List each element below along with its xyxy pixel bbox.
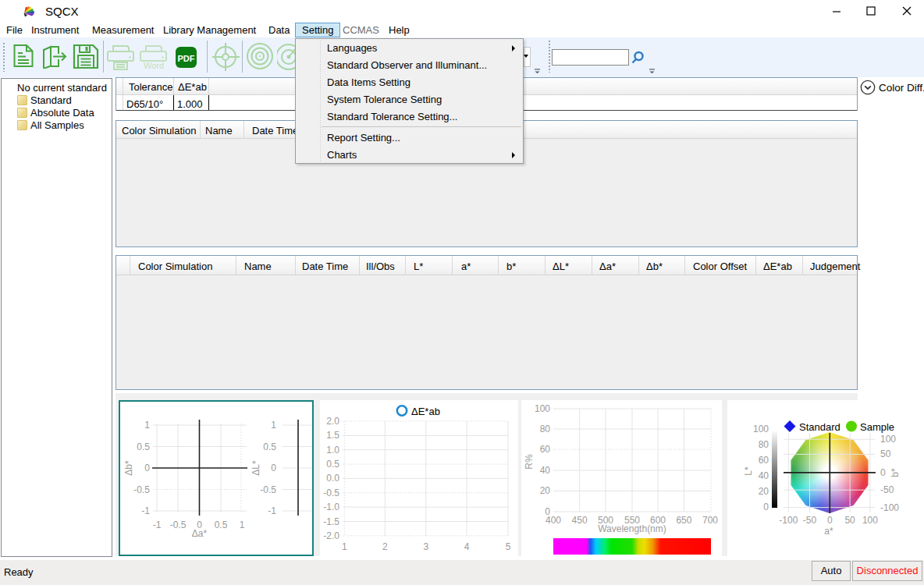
svg-text:100: 100 [862, 515, 878, 526]
svg-text:2.0: 2.0 [326, 416, 339, 427]
svg-text:Word: Word [144, 61, 164, 70]
svg-text:0: 0 [144, 463, 150, 473]
svg-text:1: 1 [240, 519, 245, 530]
svg-text:-100: -100 [880, 502, 899, 513]
svg-text:0.5: 0.5 [263, 441, 276, 452]
svg-text:PDF: PDF [178, 54, 195, 63]
svg-text:ΔE*ab: ΔE*ab [411, 406, 440, 417]
svg-text:0.5: 0.5 [326, 459, 339, 470]
svg-text:3: 3 [423, 541, 428, 552]
svg-text:-0.5: -0.5 [323, 488, 339, 498]
svg-text:40: 40 [540, 465, 551, 476]
svg-text:-50: -50 [880, 484, 894, 495]
svg-text:50: 50 [844, 515, 855, 526]
svg-text:2: 2 [382, 541, 388, 552]
svg-text:5: 5 [506, 541, 511, 552]
svg-text:-0.5: -0.5 [133, 484, 150, 495]
svg-text:-1: -1 [153, 519, 162, 530]
svg-text:400: 400 [546, 515, 561, 526]
svg-text:a*: a* [824, 526, 833, 537]
svg-text:1: 1 [144, 420, 150, 431]
svg-text:Δb*: Δb* [123, 460, 134, 476]
svg-text:4: 4 [464, 541, 470, 552]
svg-text:60: 60 [540, 444, 551, 455]
svg-text:b*: b* [890, 468, 901, 477]
svg-text:100: 100 [880, 434, 896, 445]
svg-text:-1: -1 [268, 505, 276, 516]
svg-text:0.5: 0.5 [137, 441, 150, 452]
svg-text:100: 100 [535, 403, 550, 414]
svg-text:100: 100 [753, 424, 769, 434]
svg-text:60: 60 [759, 455, 769, 466]
svg-text:-2.0: -2.0 [323, 530, 339, 541]
svg-text:1.5: 1.5 [326, 430, 339, 441]
svg-text:80: 80 [540, 424, 551, 434]
svg-text:-50: -50 [803, 515, 817, 526]
svg-text:450: 450 [572, 515, 588, 526]
svg-text:50: 50 [880, 448, 891, 459]
svg-text:20: 20 [540, 485, 551, 496]
svg-text:1: 1 [342, 541, 347, 552]
svg-text:-0.5: -0.5 [170, 519, 187, 530]
svg-text:0: 0 [763, 502, 769, 512]
svg-text:R%: R% [524, 454, 535, 470]
svg-text:700: 700 [702, 515, 718, 526]
svg-text:-100: -100 [779, 515, 798, 526]
svg-text:650: 650 [676, 515, 691, 526]
svg-text:Wavelength(nm): Wavelength(nm) [598, 523, 666, 534]
svg-text:20: 20 [759, 486, 769, 497]
svg-text:40: 40 [759, 470, 769, 481]
svg-text:0: 0 [880, 467, 886, 478]
svg-text:Standard: Standard [799, 421, 840, 433]
svg-text:80: 80 [759, 439, 769, 450]
svg-text:0.0: 0.0 [326, 473, 339, 484]
svg-text:0: 0 [271, 463, 276, 473]
svg-text:L*: L* [743, 466, 754, 476]
svg-text:-1: -1 [141, 505, 150, 516]
svg-text:Sample: Sample [860, 421, 894, 433]
svg-text:-1.0: -1.0 [323, 502, 339, 512]
svg-text:1.0: 1.0 [326, 445, 339, 456]
svg-text:-1.5: -1.5 [323, 516, 339, 527]
svg-text:-0.5: -0.5 [260, 484, 276, 495]
svg-text:0: 0 [827, 515, 833, 526]
svg-text:1: 1 [271, 420, 276, 431]
svg-text:Δa*: Δa* [192, 528, 208, 539]
svg-text:0.5: 0.5 [215, 519, 228, 530]
svg-text:ΔL*: ΔL* [251, 460, 261, 476]
